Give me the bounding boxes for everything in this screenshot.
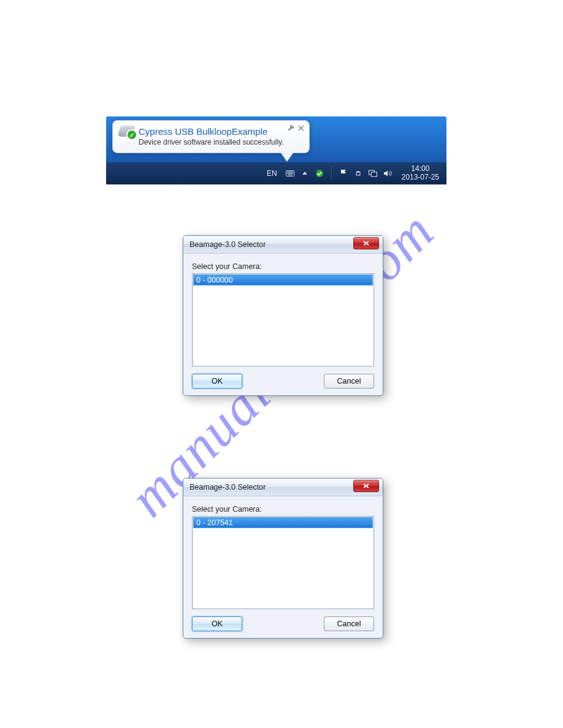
- cancel-button[interactable]: Cancel: [324, 374, 374, 389]
- dialog-title: Beamage-3.0 Selector: [190, 240, 266, 249]
- balloon-notification[interactable]: ✓ Cypress USB BulkloopExample Device dri…: [112, 120, 310, 153]
- dialog-titlebar[interactable]: Beamage-3.0 Selector: [183, 236, 383, 254]
- balloon-title: Cypress USB BulkloopExample: [139, 126, 267, 137]
- close-button[interactable]: [353, 237, 379, 249]
- clock-time: 14:00: [411, 164, 429, 173]
- select-camera-label: Select your Camera:: [192, 262, 374, 271]
- svg-rect-1: [287, 172, 293, 172]
- close-button[interactable]: [353, 480, 379, 492]
- power-icon[interactable]: [354, 169, 362, 178]
- camera-selector-dialog-1: Beamage-3.0 Selector Select your Camera:…: [183, 235, 383, 396]
- show-hidden-icons-icon[interactable]: [301, 169, 309, 178]
- svg-rect-5: [356, 172, 360, 175]
- install-progress-icon[interactable]: [315, 169, 324, 178]
- wrench-icon[interactable]: [287, 124, 294, 134]
- taskbar-clock[interactable]: 14:00 2013-07-25: [398, 165, 443, 182]
- keyboard-icon[interactable]: [286, 169, 294, 178]
- language-indicator[interactable]: EN: [264, 168, 280, 179]
- svg-rect-6: [357, 171, 359, 172]
- balloon-subtitle: Device driver software installed success…: [139, 138, 303, 146]
- balloon-controls: [287, 124, 304, 134]
- action-center-flag-icon[interactable]: [339, 169, 348, 178]
- network-icon[interactable]: [369, 169, 377, 178]
- svg-point-4: [316, 170, 323, 177]
- volume-icon[interactable]: [383, 169, 392, 178]
- camera-listbox[interactable]: 0 - 207541: [192, 516, 374, 609]
- camera-listbox[interactable]: 0 - 000000: [192, 273, 374, 366]
- ok-button[interactable]: OK: [192, 374, 242, 389]
- camera-selector-dialog-2: Beamage-3.0 Selector Select your Camera:…: [183, 478, 383, 639]
- notification-taskbar-region: ✓ Cypress USB BulkloopExample Device dri…: [106, 116, 446, 184]
- taskbar: EN 14:00 2013-07-25: [106, 162, 446, 184]
- select-camera-label: Select your Camera:: [192, 505, 374, 514]
- svg-rect-3: [288, 175, 292, 175]
- svg-rect-2: [287, 173, 293, 173]
- svg-rect-8: [371, 172, 377, 176]
- dialog-titlebar[interactable]: Beamage-3.0 Selector: [183, 479, 383, 496]
- taskbar-divider: [331, 167, 332, 180]
- list-item[interactable]: 0 - 000000: [193, 275, 373, 286]
- cancel-button[interactable]: Cancel: [324, 616, 374, 631]
- clock-date: 2013-07-25: [402, 173, 439, 181]
- dialog-title: Beamage-3.0 Selector: [190, 483, 266, 491]
- list-item[interactable]: 0 - 207541: [193, 517, 373, 528]
- ok-button[interactable]: OK: [192, 616, 242, 631]
- device-install-icon: ✓: [119, 126, 134, 137]
- close-icon[interactable]: [298, 124, 304, 134]
